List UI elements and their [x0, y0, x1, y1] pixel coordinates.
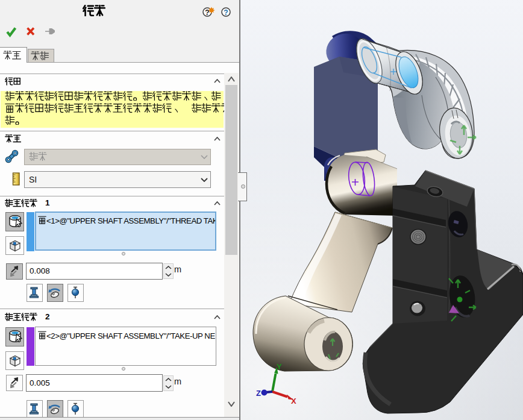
- svg-text:Y: Y: [277, 362, 282, 371]
- svg-text:?: ?: [205, 8, 209, 17]
- svg-text:?: ?: [224, 8, 228, 17]
- svg-text:X: X: [291, 396, 296, 406]
- svg-text:Z: Z: [256, 389, 261, 398]
